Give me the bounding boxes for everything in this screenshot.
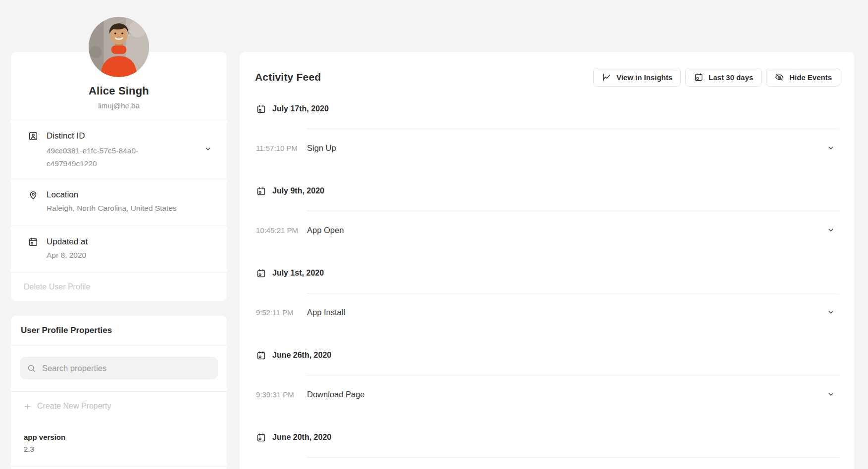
distinct-id-label: Distinct ID bbox=[47, 130, 157, 142]
event-row[interactable]: 9:39:31 PM Download Page bbox=[240, 375, 854, 413]
feed-date-group: June 20th, 2020 bbox=[240, 431, 854, 458]
profile-card: Alice Singh limuj@he.ba Distinct ID 49cc… bbox=[11, 52, 227, 301]
calendar-icon bbox=[256, 186, 266, 196]
distinct-id-value: 49cc0381-e1fc-57c5-84a0-c497949c1220 bbox=[47, 144, 157, 170]
group-events: 11:57:10 PM Sign Up bbox=[240, 129, 854, 167]
feed-date-header: June 20th, 2020 bbox=[256, 431, 854, 443]
calendar-icon bbox=[256, 432, 266, 443]
chevron-down-icon[interactable] bbox=[827, 308, 835, 316]
event-time: 9:39:31 PM bbox=[256, 390, 307, 399]
line-chart-icon bbox=[602, 72, 612, 82]
property-value: 2.3 bbox=[24, 443, 214, 455]
calendar-icon bbox=[256, 268, 266, 279]
view-in-insights-button[interactable]: View in Insights bbox=[593, 68, 681, 87]
feed-date-label: July 1st, 2020 bbox=[272, 269, 324, 278]
field-row-location: Location Raleigh, North Carolina, United… bbox=[11, 179, 227, 226]
event-name: Download Page bbox=[307, 390, 365, 399]
create-new-property-label: Create New Property bbox=[37, 400, 111, 412]
event-row[interactable]: 10:45:21 PM App Open bbox=[240, 211, 854, 249]
location-label: Location bbox=[47, 189, 177, 201]
location-value: Raleigh, North Carolina, United States bbox=[47, 203, 177, 214]
group-events: 9:52:11 PM App Install bbox=[240, 293, 854, 331]
avatar bbox=[89, 17, 149, 77]
feed-date-group: June 26th, 2020 9:39:31 PM Download Page bbox=[240, 349, 854, 413]
user-profile-properties-card: User Profile Properties Create New Prope… bbox=[11, 316, 227, 469]
date-range-button[interactable]: Last 30 days bbox=[685, 68, 762, 87]
eye-off-icon bbox=[774, 72, 784, 82]
create-new-property-button[interactable]: Create New Property bbox=[11, 391, 227, 412]
profile-sidebar: Alice Singh limuj@he.ba Distinct ID 49cc… bbox=[11, 0, 227, 469]
calendar-icon bbox=[28, 236, 39, 247]
calendar-icon bbox=[256, 350, 266, 361]
properties-title: User Profile Properties bbox=[11, 316, 227, 345]
feed-actions: View in Insights Last 30 days Hide Event… bbox=[593, 68, 840, 87]
updated-at-value: Apr 8, 2020 bbox=[47, 250, 88, 261]
feed-date-label: July 9th, 2020 bbox=[272, 187, 324, 195]
event-name: App Install bbox=[307, 308, 345, 317]
profile-email: limuj@he.ba bbox=[21, 100, 217, 111]
activity-feed-card: Activity Feed View in Insights Last 30 d… bbox=[240, 52, 854, 469]
feed-groups: July 17th, 2020 11:57:10 PM Sign Up July… bbox=[240, 103, 854, 458]
chevron-down-icon[interactable] bbox=[827, 144, 835, 152]
chevron-down-icon[interactable] bbox=[827, 390, 835, 398]
property-item-app-version: app version 2.3 bbox=[11, 431, 227, 467]
group-events: 9:39:31 PM Download Page bbox=[240, 375, 854, 413]
event-name: App Open bbox=[307, 226, 344, 235]
calendar-icon bbox=[256, 104, 266, 114]
profile-name: Alice Singh bbox=[21, 85, 217, 97]
feed-date-group: July 1st, 2020 9:52:11 PM App Install bbox=[240, 267, 854, 331]
chevron-down-icon[interactable] bbox=[204, 145, 212, 153]
field-row-distinct-id: Distinct ID 49cc0381-e1fc-57c5-84a0-c497… bbox=[11, 119, 227, 179]
map-pin-icon bbox=[28, 189, 39, 200]
feed-date-label: July 17th, 2020 bbox=[272, 104, 329, 113]
calendar-icon bbox=[694, 72, 704, 82]
feed-date-group: July 17th, 2020 11:57:10 PM Sign Up bbox=[240, 103, 854, 167]
hide-events-label: Hide Events bbox=[789, 73, 832, 82]
search-icon bbox=[27, 364, 36, 373]
feed-date-header: June 26th, 2020 bbox=[256, 349, 854, 361]
search-properties-input[interactable] bbox=[42, 364, 211, 373]
event-row[interactable]: 11:57:10 PM Sign Up bbox=[240, 129, 854, 167]
property-name: app version bbox=[24, 431, 214, 443]
feed-date-label: June 20th, 2020 bbox=[272, 433, 331, 442]
feed-date-label: June 26th, 2020 bbox=[272, 351, 331, 360]
chevron-down-icon[interactable] bbox=[827, 226, 835, 234]
event-time: 10:45:21 PM bbox=[256, 226, 307, 234]
hide-events-button[interactable]: Hide Events bbox=[766, 68, 840, 87]
feed-date-header: July 1st, 2020 bbox=[256, 267, 854, 279]
group-events: 10:45:21 PM App Open bbox=[240, 211, 854, 249]
updated-at-label: Updated at bbox=[47, 236, 88, 248]
user-profile-page: { "colors": { "page_bg": "#f4f4f4", "car… bbox=[0, 0, 868, 469]
search-properties-box[interactable] bbox=[20, 357, 218, 379]
event-name: Sign Up bbox=[307, 143, 336, 153]
field-row-updated-at: Updated at Apr 8, 2020 bbox=[11, 226, 227, 273]
delete-user-profile-button[interactable]: Delete User Profile bbox=[11, 273, 227, 301]
contact-card-icon bbox=[28, 131, 39, 141]
feed-date-header: July 17th, 2020 bbox=[256, 103, 854, 115]
view-in-insights-label: View in Insights bbox=[616, 73, 672, 82]
activity-feed-header: Activity Feed View in Insights Last 30 d… bbox=[240, 52, 854, 87]
event-row[interactable]: 9:52:11 PM App Install bbox=[240, 293, 854, 331]
event-time: 9:52:11 PM bbox=[256, 308, 307, 317]
activity-feed-title: Activity Feed bbox=[255, 71, 321, 83]
user-photo-avatar bbox=[89, 17, 149, 77]
plus-icon bbox=[23, 402, 32, 411]
feed-date-header: July 9th, 2020 bbox=[256, 185, 854, 197]
divider bbox=[307, 457, 839, 458]
feed-date-group: July 9th, 2020 10:45:21 PM App Open bbox=[240, 185, 854, 249]
date-range-label: Last 30 days bbox=[709, 73, 753, 82]
event-time: 11:57:10 PM bbox=[256, 144, 307, 152]
